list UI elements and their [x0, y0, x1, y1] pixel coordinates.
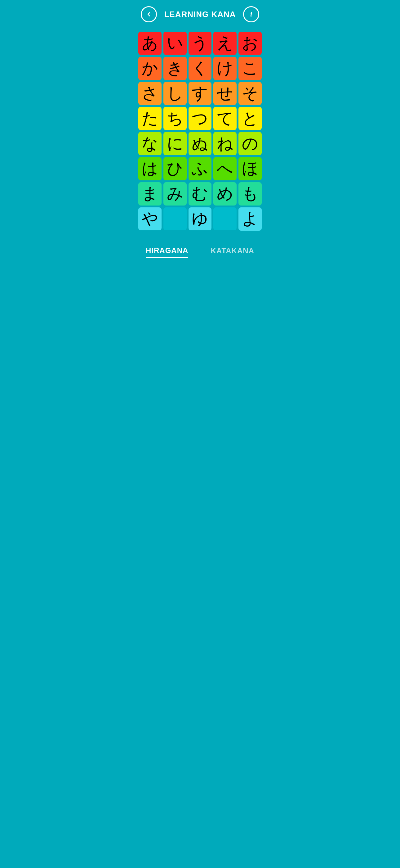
kana-cell-0-2[interactable]: う — [189, 32, 212, 55]
kana-cell-5-1[interactable]: ひ — [163, 157, 187, 180]
kana-cell-2-2[interactable]: す — [189, 82, 212, 105]
kana-cell-4-4[interactable]: の — [238, 132, 262, 155]
kana-cell-6-0[interactable]: ま — [138, 182, 162, 206]
kana-cell-6-1[interactable]: み — [163, 182, 187, 206]
kana-cell-1-1[interactable]: き — [163, 57, 187, 80]
page-title: Learning Kana — [164, 10, 236, 19]
kana-cell-5-4[interactable]: ほ — [238, 157, 262, 180]
kana-cell-1-0[interactable]: か — [138, 57, 162, 80]
kana-cell-1-4[interactable]: こ — [238, 57, 262, 80]
kana-cell-0-4[interactable]: お — [238, 32, 262, 55]
kana-cell-empty — [213, 207, 237, 231]
bottom-nav: Hiragana Katakana — [133, 237, 267, 264]
info-button[interactable]: i — [243, 6, 259, 22]
kana-grid: あいうえおかきくけこさしすせそたちつてとなにぬねのはひふへほまみむめもやゆよ — [138, 32, 262, 231]
kana-cell-6-2[interactable]: む — [189, 182, 212, 206]
kana-cell-5-2[interactable]: ふ — [189, 157, 212, 180]
kana-cell-1-3[interactable]: け — [213, 57, 237, 80]
kana-cell-7-4[interactable]: よ — [238, 207, 262, 231]
tab-hiragana[interactable]: Hiragana — [146, 246, 188, 258]
header: Learning Kana i — [133, 0, 267, 26]
kana-cell-7-2[interactable]: ゆ — [189, 207, 212, 231]
kana-cell-2-0[interactable]: さ — [138, 82, 162, 105]
kana-cell-3-4[interactable]: と — [238, 107, 262, 130]
kana-cell-0-0[interactable]: あ — [138, 32, 162, 55]
kana-cell-2-3[interactable]: せ — [213, 82, 237, 105]
kana-cell-1-2[interactable]: く — [189, 57, 212, 80]
kana-cell-4-0[interactable]: な — [138, 132, 162, 155]
kana-cell-5-3[interactable]: へ — [213, 157, 237, 180]
kana-cell-3-0[interactable]: た — [138, 107, 162, 130]
kana-cell-5-0[interactable]: は — [138, 157, 162, 180]
kana-cell-4-1[interactable]: に — [163, 132, 187, 155]
kana-cell-6-3[interactable]: め — [213, 182, 237, 206]
kana-cell-0-1[interactable]: い — [163, 32, 187, 55]
kana-cell-empty — [163, 207, 187, 231]
kana-cell-6-4[interactable]: も — [238, 182, 262, 206]
kana-cell-7-0[interactable]: や — [138, 207, 162, 231]
kana-cell-3-3[interactable]: て — [213, 107, 237, 130]
kana-cell-3-2[interactable]: つ — [189, 107, 212, 130]
kana-grid-container: あいうえおかきくけこさしすせそたちつてとなにぬねのはひふへほまみむめもやゆよ — [133, 26, 267, 231]
kana-cell-2-1[interactable]: し — [163, 82, 187, 105]
kana-cell-4-3[interactable]: ね — [213, 132, 237, 155]
kana-cell-2-4[interactable]: そ — [238, 82, 262, 105]
kana-cell-3-1[interactable]: ち — [163, 107, 187, 130]
back-button[interactable] — [141, 6, 157, 22]
kana-cell-4-2[interactable]: ぬ — [189, 132, 212, 155]
info-icon: i — [250, 10, 252, 18]
kana-cell-0-3[interactable]: え — [213, 32, 237, 55]
tab-katakana[interactable]: Katakana — [211, 247, 254, 257]
